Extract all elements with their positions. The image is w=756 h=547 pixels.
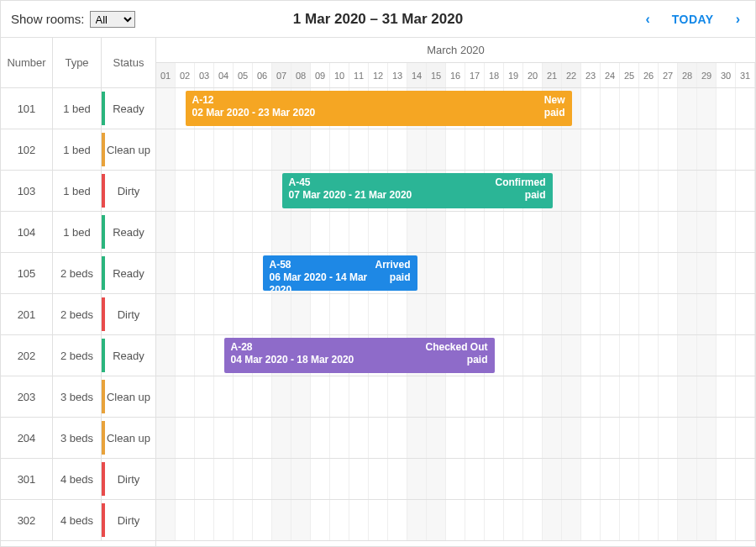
- timeline-cell[interactable]: [620, 500, 639, 540]
- timeline-cell[interactable]: [407, 418, 427, 458]
- timeline-cell[interactable]: [330, 500, 349, 540]
- timeline-cell[interactable]: [465, 376, 485, 417]
- timeline-cell[interactable]: [601, 459, 620, 499]
- timeline-cell[interactable]: [601, 418, 620, 458]
- timeline-cell[interactable]: [234, 376, 253, 417]
- timeline-cell[interactable]: [446, 129, 465, 170]
- timeline-cell[interactable]: [234, 129, 253, 170]
- timeline-cell[interactable]: [736, 376, 755, 417]
- timeline-cell[interactable]: [349, 376, 369, 417]
- booking-event[interactable]: A-45Confirmed07 Mar 2020 - 21 Mar 2020pa…: [282, 173, 553, 208]
- timeline-cell[interactable]: [427, 212, 446, 252]
- timeline-cell[interactable]: [272, 212, 291, 252]
- timeline-cell[interactable]: [523, 253, 543, 293]
- timeline-cell[interactable]: [736, 171, 755, 211]
- timeline-cell[interactable]: [349, 459, 369, 499]
- timeline-cell[interactable]: [485, 376, 504, 417]
- timeline-cell[interactable]: [523, 129, 543, 170]
- timeline-cell[interactable]: [678, 88, 697, 129]
- timeline-cell[interactable]: [736, 294, 755, 334]
- timeline-cell[interactable]: [639, 212, 659, 252]
- timeline-cell[interactable]: [523, 294, 543, 334]
- timeline-cell[interactable]: [214, 212, 234, 252]
- timeline-cell[interactable]: [581, 171, 601, 211]
- timeline-cell[interactable]: [562, 129, 581, 170]
- timeline-cell[interactable]: [176, 376, 195, 417]
- timeline-cell[interactable]: [736, 335, 755, 376]
- timeline-cell[interactable]: [156, 418, 176, 458]
- timeline-cell[interactable]: [678, 171, 697, 211]
- timeline-cell[interactable]: [717, 376, 736, 417]
- timeline-cell[interactable]: [659, 88, 678, 129]
- timeline-cell[interactable]: [620, 253, 639, 293]
- timeline-cell[interactable]: [659, 500, 678, 540]
- timeline-cell[interactable]: [291, 459, 311, 499]
- timeline-cell[interactable]: [697, 253, 717, 293]
- timeline-cell[interactable]: [311, 129, 330, 170]
- timeline-cell[interactable]: [659, 171, 678, 211]
- timeline-cell[interactable]: [407, 376, 427, 417]
- timeline-cell[interactable]: [659, 418, 678, 458]
- timeline-cell[interactable]: [291, 376, 311, 417]
- timeline-cell[interactable]: [697, 129, 717, 170]
- rooms-filter-select[interactable]: All: [90, 11, 135, 28]
- timeline-cell[interactable]: [214, 500, 234, 540]
- timeline-cell[interactable]: [678, 212, 697, 252]
- timeline-cell[interactable]: [176, 212, 195, 252]
- timeline-cell[interactable]: [311, 376, 330, 417]
- timeline-cell[interactable]: [485, 212, 504, 252]
- timeline-cell[interactable]: [717, 129, 736, 170]
- timeline-cell[interactable]: [388, 459, 407, 499]
- timeline-cell[interactable]: [388, 212, 407, 252]
- timeline-cell[interactable]: [697, 418, 717, 458]
- timeline-cell[interactable]: [678, 335, 697, 376]
- timeline-cell[interactable]: [349, 294, 369, 334]
- timeline-cell[interactable]: [581, 335, 601, 376]
- timeline-cell[interactable]: [156, 88, 176, 129]
- timeline-cell[interactable]: [427, 294, 446, 334]
- timeline-cell[interactable]: [195, 500, 214, 540]
- timeline-cell[interactable]: [156, 129, 176, 170]
- timeline-cell[interactable]: [504, 376, 523, 417]
- timeline-cell[interactable]: [601, 212, 620, 252]
- timeline-cell[interactable]: [446, 376, 465, 417]
- timeline-cell[interactable]: [369, 500, 388, 540]
- timeline-cell[interactable]: [311, 418, 330, 458]
- timeline-cell[interactable]: [485, 500, 504, 540]
- timeline-cell[interactable]: [717, 500, 736, 540]
- timeline-cell[interactable]: [581, 418, 601, 458]
- room-row[interactable]: 2012 bedsDirty: [1, 294, 155, 335]
- timeline-cell[interactable]: [214, 294, 234, 334]
- timeline-cell[interactable]: [543, 294, 562, 334]
- timeline-cell[interactable]: [176, 418, 195, 458]
- timeline-cell[interactable]: [659, 294, 678, 334]
- timeline-cell[interactable]: [601, 88, 620, 129]
- timeline-cell[interactable]: [407, 129, 427, 170]
- timeline-cell[interactable]: [156, 294, 176, 334]
- timeline-cell[interactable]: [272, 459, 291, 499]
- timeline-cell[interactable]: [234, 171, 253, 211]
- timeline-cell[interactable]: [562, 335, 581, 376]
- timeline-cell[interactable]: [195, 335, 214, 376]
- timeline-cell[interactable]: [291, 294, 311, 334]
- room-row[interactable]: 3024 bedsDirty: [1, 500, 155, 541]
- timeline-cell[interactable]: [465, 459, 485, 499]
- timeline-cell[interactable]: [369, 129, 388, 170]
- today-button[interactable]: TODAY: [672, 13, 714, 26]
- timeline-cell[interactable]: [214, 376, 234, 417]
- timeline-cell[interactable]: [330, 418, 349, 458]
- timeline-cell[interactable]: [543, 253, 562, 293]
- timeline-cell[interactable]: [156, 171, 176, 211]
- timeline-cell[interactable]: [504, 418, 523, 458]
- timeline-cell[interactable]: [659, 335, 678, 376]
- booking-event[interactable]: A-12New02 Mar 2020 - 23 Mar 2020paid: [186, 91, 572, 126]
- timeline-cell[interactable]: [659, 459, 678, 499]
- timeline-cell[interactable]: [697, 88, 717, 129]
- timeline-cell[interactable]: [253, 459, 272, 499]
- timeline-cell[interactable]: [523, 418, 543, 458]
- room-row[interactable]: 1031 bedDirty: [1, 171, 155, 212]
- timeline-cell[interactable]: [523, 500, 543, 540]
- timeline-cell[interactable]: [369, 418, 388, 458]
- timeline-cell[interactable]: [156, 212, 176, 252]
- timeline-cell[interactable]: [272, 376, 291, 417]
